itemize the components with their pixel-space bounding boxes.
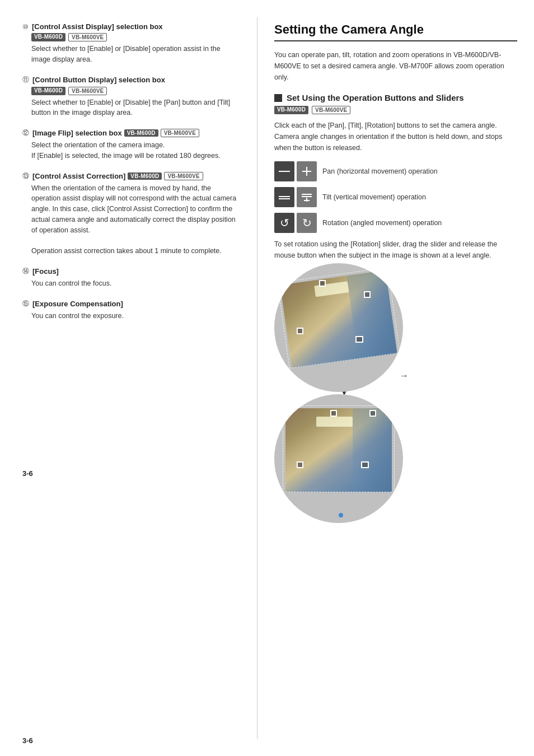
item-title: [Control Assist Display] selection box <box>32 22 163 31</box>
rotation-icons: ↺ ↻ <box>274 213 317 233</box>
item-header: ⑮ [Exposure Compensation] <box>22 299 240 309</box>
section-intro: You can operate pan, tilt, rotation and … <box>274 49 517 83</box>
badge-vbm600ve: VB-M600VE <box>68 87 107 95</box>
subsection-body: Click each of the [Pan], [Tilt], [Rotati… <box>274 120 517 153</box>
item-body: Select whether to [Enable] or [Disable] … <box>31 97 240 119</box>
rotation-label: Rotation (angled movement) operation <box>322 219 442 227</box>
pan-icons <box>274 161 317 181</box>
item-number: ⑭ <box>22 267 29 276</box>
pan-plus-button[interactable] <box>297 161 317 181</box>
rotation-cw-button[interactable]: ↻ <box>297 213 317 233</box>
item-number: ⑫ <box>22 128 29 138</box>
pan-minus-button[interactable] <box>274 161 294 181</box>
list-item: ⑩ [Control Assist Display] selection box… <box>22 22 240 65</box>
list-item: ⑮ [Exposure Compensation] You can contro… <box>22 299 240 321</box>
tilt-plus-button[interactable] <box>297 187 317 207</box>
item-number: ⑮ <box>22 299 29 309</box>
item-title: [Image Flip] selection box <box>32 129 122 137</box>
subsection-title: Set Using the Operation Buttons and Slid… <box>287 93 464 102</box>
svg-rect-4 <box>279 198 290 199</box>
svg-rect-5 <box>302 194 312 195</box>
camera-diagram-after <box>274 400 414 517</box>
badge-vbm600ve: VB-M600VE <box>164 172 203 180</box>
rotation-text: To set rotation using the [Rotation] sli… <box>274 239 517 261</box>
svg-rect-6 <box>302 196 312 197</box>
left-column: ⑩ [Control Assist Display] selection box… <box>0 17 257 739</box>
page-number: 3-6 <box>22 469 33 478</box>
badge-vbm600ve: VB-M600VE <box>68 33 107 41</box>
item-number: ⑪ <box>22 75 29 85</box>
badge-vbm600ve: VB-M600VE <box>161 129 199 137</box>
subsection-badges: VB-M600D VB-M600VE <box>274 106 517 114</box>
item-header: ⑫ [Image Flip] selection box VB-M600D VB… <box>22 128 240 138</box>
section-title: Setting the Camera Angle <box>274 22 517 41</box>
list-item: ⑬ [Control Assist Correction] VB-M600D V… <box>22 171 240 256</box>
item-header: ⑩ [Control Assist Display] selection box <box>22 22 240 31</box>
subsection-icon <box>274 94 282 102</box>
rotation-operation-row: ↺ ↻ Rotation (angled movement) operation <box>274 213 517 233</box>
badge-vbm600d: VB-M600D <box>128 172 162 180</box>
item-number: ⑩ <box>22 23 29 31</box>
item-body: Select whether to [Enable] or [Disable] … <box>31 44 240 65</box>
tilt-icons <box>274 187 317 207</box>
badge-vbm600d: VB-M600D <box>124 129 158 137</box>
pan-operation-row: Pan (horizontal movement) operation <box>274 161 517 181</box>
page-number: 3-6 <box>22 736 33 745</box>
item-body: You can control the exposure. <box>31 311 240 321</box>
list-item: ⑪ [Control Button Display] selection box… <box>22 75 240 119</box>
page: ⑩ [Control Assist Display] selection box… <box>0 0 534 756</box>
item-title: [Control Button Display] selection box <box>32 76 165 84</box>
item-body: You can control the focus. <box>31 278 240 289</box>
item-header: ⑭ [Focus] <box>22 267 240 276</box>
item-number: ⑬ <box>22 171 29 181</box>
badge-vbm600d: VB-M600D <box>31 33 65 41</box>
item-title: [Exposure Compensation] <box>32 300 123 308</box>
svg-rect-2 <box>302 171 311 172</box>
item-header: ⑪ [Control Button Display] selection box <box>22 75 240 85</box>
right-column: Setting the Camera Angle You can operate… <box>257 17 534 739</box>
badge-vbm600d: VB-M600D <box>274 106 308 114</box>
item-title: [Focus] <box>32 267 59 276</box>
item-body: When the orientation of the camera is mo… <box>31 183 240 256</box>
item-title: [Control Assist Correction] <box>32 172 125 180</box>
camera-diagram-before: → <box>274 269 414 386</box>
list-item: ⑫ [Image Flip] selection box VB-M600D VB… <box>22 128 240 161</box>
tilt-operation-row: Tilt (vertical movement) operation <box>274 187 517 207</box>
arrow-right: → <box>400 371 409 381</box>
tilt-label: Tilt (vertical movement) operation <box>322 193 426 201</box>
pan-label: Pan (horizontal movement) operation <box>322 167 438 175</box>
item-header: ⑬ [Control Assist Correction] VB-M600D V… <box>22 171 240 181</box>
svg-rect-0 <box>279 171 290 172</box>
tilt-minus-button[interactable] <box>274 187 294 207</box>
svg-rect-8 <box>304 200 310 201</box>
badge-vbm600d: VB-M600D <box>31 87 65 95</box>
badge-vbm600ve: VB-M600VE <box>312 106 350 114</box>
rotation-ccw-button[interactable]: ↺ <box>274 213 294 233</box>
item-body: Select the orientation of the camera ima… <box>31 140 240 161</box>
svg-rect-3 <box>279 196 290 197</box>
list-item: ⑭ [Focus] You can control the focus. <box>22 267 240 289</box>
